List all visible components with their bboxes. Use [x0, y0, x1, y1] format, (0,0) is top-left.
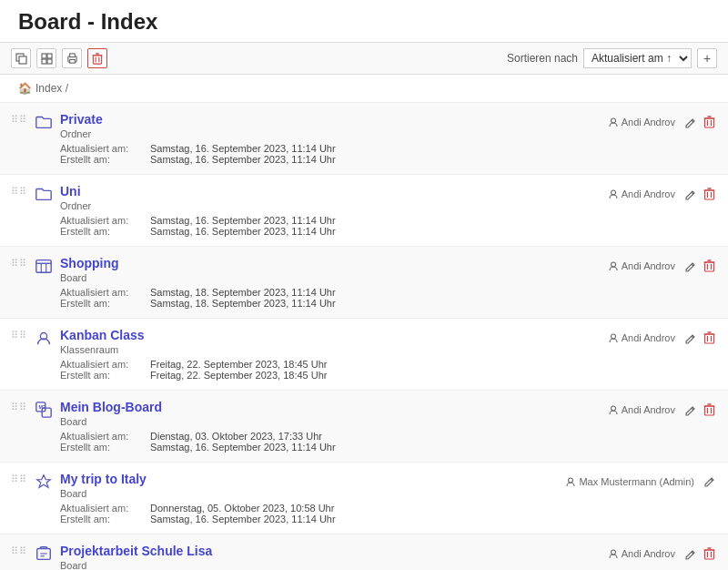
- meta-updated: Aktualisiert am: Freitag, 22. September …: [60, 359, 608, 370]
- edit-item-button[interactable]: [682, 115, 698, 130]
- item-title[interactable]: Uni: [60, 184, 81, 198]
- svg-rect-9: [93, 55, 101, 63]
- item-type: Ordner: [60, 200, 608, 211]
- created-label: Erstellt am:: [60, 154, 147, 165]
- item-meta: Aktualisiert am: Donnerstag, 05. Oktober…: [60, 503, 565, 524]
- meta-created: Erstellt am: Samstag, 16. September 2023…: [60, 514, 565, 524]
- item-actions: Andi Androv: [608, 544, 717, 562]
- created-value: Samstag, 16. September 2023, 11:14 Uhr: [150, 442, 336, 453]
- board-icon: [35, 257, 53, 278]
- delete-item-button[interactable]: [702, 330, 717, 346]
- item-content: Uni Ordner Aktualisiert am: Samstag, 16.…: [60, 184, 608, 237]
- meta-created: Erstellt am: Samstag, 16. September 2023…: [60, 154, 608, 165]
- delete-item-button[interactable]: [702, 545, 717, 562]
- updated-label: Aktualisiert am:: [60, 359, 147, 370]
- edit-item-button[interactable]: [702, 473, 717, 489]
- delete-item-button[interactable]: [702, 402, 717, 418]
- add-button[interactable]: +: [697, 48, 717, 68]
- item-meta: Aktualisiert am: Samstag, 16. September …: [60, 215, 608, 237]
- svg-point-37: [611, 334, 615, 339]
- edit-item-button[interactable]: [682, 402, 698, 418]
- svg-rect-2: [42, 54, 46, 58]
- edit-item-button[interactable]: [682, 331, 698, 346]
- meta-created: Erstellt am: Samstag, 16. September 2023…: [60, 226, 608, 237]
- breadcrumb-text: Index /: [35, 82, 68, 95]
- svg-rect-4: [42, 59, 46, 64]
- toolbar-buttons: [11, 48, 107, 68]
- drag-handle[interactable]: ⠿⠿: [11, 545, 27, 557]
- item-type: Klassenraum: [60, 344, 608, 355]
- item-owner: Andi Androv: [608, 188, 675, 199]
- drag-handle[interactable]: ⠿⠿: [11, 330, 27, 341]
- edit-item-button[interactable]: [682, 259, 698, 274]
- delete-item-button[interactable]: [702, 258, 717, 274]
- item-actions: Andi Androv: [608, 184, 717, 202]
- created-value: Samstag, 16. September 2023, 11:14 Uhr: [150, 154, 336, 165]
- edit-item-button[interactable]: [682, 187, 698, 202]
- svg-rect-31: [705, 262, 714, 271]
- svg-rect-21: [705, 190, 714, 199]
- folder-icon: [35, 185, 53, 206]
- list-item: ⠿⠿ Uni Ordner Aktualisiert am: Samstag, …: [0, 175, 728, 247]
- item-title[interactable]: Kanban Class: [60, 328, 145, 342]
- updated-value: Dienstag, 03. Oktober 2023, 17:33 Uhr: [150, 431, 322, 442]
- item-title[interactable]: Mein Blog-Board: [60, 400, 162, 414]
- svg-rect-1: [19, 56, 26, 64]
- updated-label: Aktualisiert am:: [60, 431, 147, 442]
- svg-point-46: [611, 406, 615, 411]
- item-owner: Andi Androv: [608, 404, 675, 415]
- created-value: Samstag, 16. September 2023, 11:14 Uhr: [150, 514, 336, 524]
- svg-point-20: [611, 190, 615, 195]
- created-label: Erstellt am:: [60, 370, 147, 381]
- drag-handle[interactable]: ⠿⠿: [11, 186, 27, 198]
- drag-handle[interactable]: ⠿⠿: [11, 402, 27, 413]
- meta-updated: Aktualisiert am: Samstag, 18. September …: [60, 287, 608, 298]
- toolbar-sort: Sortieren nach Aktualisiert am ↑ Erstell…: [507, 48, 717, 68]
- folder-icon: [35, 113, 53, 134]
- delete-item-button[interactable]: [702, 186, 717, 202]
- item-title[interactable]: Private: [60, 112, 103, 127]
- sort-label: Sortieren nach: [507, 52, 578, 65]
- item-actions: Andi Androv: [608, 400, 717, 418]
- updated-value: Samstag, 16. September 2023, 11:14 Uhr: [150, 215, 336, 226]
- breadcrumb: 🏠 Index /: [0, 75, 728, 103]
- trip-icon: [35, 473, 53, 494]
- svg-rect-47: [705, 406, 714, 415]
- toolbar: Sortieren nach Aktualisiert am ↑ Erstell…: [0, 42, 728, 75]
- new-window-button[interactable]: [11, 48, 31, 68]
- blog-icon: M2: [35, 401, 53, 422]
- item-owner: Andi Androv: [608, 548, 675, 559]
- sort-select[interactable]: Aktualisiert am ↑ Erstellt am Titel: [583, 48, 692, 68]
- drag-handle[interactable]: ⠿⠿: [11, 114, 27, 126]
- delete-item-button[interactable]: [702, 114, 717, 130]
- updated-value: Samstag, 18. September 2023, 11:14 Uhr: [150, 287, 336, 298]
- delete-button[interactable]: [87, 48, 107, 68]
- item-meta: Aktualisiert am: Freitag, 22. September …: [60, 359, 608, 381]
- updated-label: Aktualisiert am:: [60, 503, 147, 514]
- item-owner: Andi Androv: [608, 117, 675, 127]
- grid-view-button[interactable]: [36, 48, 56, 68]
- list-item: ⠿⠿ Shopping Board Aktualisiert am: Samst…: [0, 247, 728, 319]
- item-content: Projektarbeit Schule Lisa Board Aktualis…: [60, 544, 608, 570]
- item-title[interactable]: Shopping: [60, 256, 119, 270]
- drag-handle[interactable]: ⠿⠿: [11, 473, 27, 485]
- updated-value: Freitag, 22. September 2023, 18:45 Uhr: [150, 359, 327, 370]
- updated-label: Aktualisiert am:: [60, 215, 147, 226]
- svg-point-52: [569, 478, 573, 483]
- svg-rect-57: [705, 550, 714, 559]
- list-item: ⠿⠿ Projektarbeit Schule Lisa Board Aktua…: [0, 534, 728, 570]
- drag-handle[interactable]: ⠿⠿: [11, 258, 27, 270]
- created-value: Samstag, 16. September 2023, 11:14 Uhr: [150, 226, 336, 237]
- print-button[interactable]: [62, 48, 82, 68]
- svg-rect-7: [69, 53, 75, 56]
- item-meta: Aktualisiert am: Samstag, 18. September …: [60, 287, 608, 309]
- item-content: Mein Blog-Board Board Aktualisiert am: D…: [60, 400, 608, 453]
- item-actions: Andi Androv: [608, 328, 717, 346]
- item-title[interactable]: Projektarbeit Schule Lisa: [60, 544, 212, 558]
- item-actions: Andi Androv: [608, 256, 717, 274]
- meta-updated: Aktualisiert am: Dienstag, 03. Oktober 2…: [60, 431, 608, 442]
- item-title[interactable]: My trip to Italy: [60, 472, 147, 486]
- svg-point-14: [611, 118, 615, 123]
- edit-item-button[interactable]: [682, 546, 698, 562]
- svg-text:M2: M2: [39, 404, 46, 410]
